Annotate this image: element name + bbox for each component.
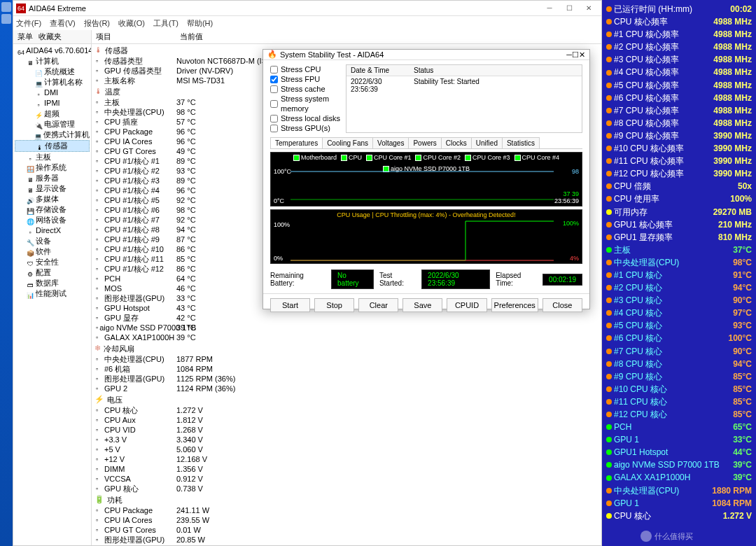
checkbox[interactable]: [270, 100, 278, 108]
tree-item[interactable]: 🔊多媒体: [15, 194, 90, 204]
tree-item[interactable]: 🌡传感器: [15, 140, 90, 152]
osd-row: #7 CPU 核心90°C: [606, 345, 752, 358]
taskbar-icon[interactable]: [1, 14, 11, 24]
graph-tab[interactable]: Statistics: [502, 137, 540, 148]
sensor-name: +3.3 V: [104, 435, 127, 444]
start-button[interactable]: Start: [270, 298, 310, 312]
tree-item[interactable]: 🌐网络设备: [15, 215, 90, 225]
sensor-icon: ▫: [96, 374, 103, 384]
sensor-icon: ▫: [96, 234, 103, 244]
cpuid-button[interactable]: CPUID: [447, 298, 486, 312]
maximize-button[interactable]: ☐: [572, 50, 579, 59]
tree-item[interactable]: ⚙配置: [15, 267, 90, 278]
preferences-button[interactable]: Preferences: [491, 298, 538, 312]
checkbox[interactable]: [270, 85, 278, 93]
series-legend[interactable]: CPU Core #1: [366, 154, 412, 161]
series-legend[interactable]: CPU Core #4: [514, 154, 560, 161]
stress-check[interactable]: Stress local disks: [270, 113, 340, 123]
series-legend[interactable]: CPU: [341, 154, 362, 161]
tree-item[interactable]: ▫DMI: [15, 88, 90, 98]
clear-button[interactable]: Clear: [358, 298, 398, 312]
tree-item[interactable]: 🔧设备: [15, 236, 90, 246]
status-dot: [606, 57, 612, 62]
osd-label: #8 CPU 核心频率: [614, 117, 679, 130]
checkbox[interactable]: [270, 115, 278, 122]
series-legend[interactable]: CPU Core #3: [465, 154, 510, 161]
series-legend[interactable]: Motherboard: [293, 154, 337, 161]
menu-item[interactable]: 帮助(H): [187, 18, 213, 29]
tree-item[interactable]: 💾存储设备: [15, 204, 90, 215]
menu-item[interactable]: 报告(R): [84, 18, 110, 29]
close-button[interactable]: Close: [542, 298, 582, 312]
tree-icon: 📊: [26, 290, 34, 298]
menu-item[interactable]: 收藏(O): [118, 18, 145, 29]
graph-tab[interactable]: Clocks: [441, 137, 472, 148]
readout-hi: 98: [572, 168, 579, 175]
sensor-row: ▫GPU 核心0.738 V: [92, 484, 601, 493]
stress-check[interactable]: Stress system memory: [270, 94, 340, 113]
tree-item[interactable]: 64AIDA64 v6.70.6014 Beta: [15, 46, 90, 56]
graph-tab[interactable]: Unified: [471, 137, 503, 148]
nav-tab-menu[interactable]: 菜单: [18, 31, 33, 42]
tree-item[interactable]: 🖥服务器: [15, 173, 90, 183]
readout-100: 100%: [563, 220, 579, 227]
graph-tab[interactable]: Powers: [408, 137, 441, 148]
osd-row: #6 CPU 核心100°C: [606, 332, 752, 344]
tree-item[interactable]: ▫主板: [15, 152, 90, 162]
tree-item[interactable]: 📦软件: [15, 246, 90, 257]
label-battery: Remaining Battery:: [270, 272, 326, 287]
stress-check[interactable]: Stress FPU: [270, 74, 340, 84]
tree-item[interactable]: 🪟操作系统: [15, 162, 90, 173]
sensor-row: ▫aigo NVMe SSD P7000 1TB39 °C: [92, 323, 601, 332]
menu-item[interactable]: 工具(T): [153, 18, 178, 29]
minimize-button[interactable]: ─: [566, 50, 572, 59]
graph-tab[interactable]: Temperatures: [270, 137, 323, 148]
app-icon: 64: [16, 4, 26, 13]
osd-overlay: 已运行时间 (HH:mm)00:02CPU 核心频率4988 MHz#1 CPU…: [602, 0, 756, 546]
osd-value: 4988 MHz: [713, 117, 752, 130]
tree-item[interactable]: 💻计算机名称: [15, 77, 90, 88]
osd-value: 90°C: [733, 294, 752, 307]
save-button[interactable]: Save: [402, 298, 442, 312]
checkbox[interactable]: [270, 125, 278, 132]
tree-item[interactable]: ▫DirectX: [15, 225, 90, 236]
check-label: Stress local disks: [281, 113, 340, 123]
nav-tab-fav[interactable]: 收藏夹: [38, 31, 62, 42]
checkbox[interactable]: [270, 76, 278, 83]
status-dot: [606, 260, 612, 265]
stress-check[interactable]: Stress cache: [270, 84, 340, 94]
tree-item[interactable]: 🖥显示设备: [15, 183, 90, 194]
status-dot: [606, 272, 612, 278]
close-button[interactable]: ✕: [579, 50, 585, 59]
nav-tree[interactable]: 64AIDA64 v6.70.6014 Beta🖥计算机📄系统概述💻计算机名称▫…: [13, 44, 91, 545]
tree-item[interactable]: 💻便携式计算机: [15, 130, 90, 140]
osd-row: #11 CPU 核心频率3990 MHz: [606, 155, 752, 167]
stop-button[interactable]: Stop: [314, 298, 354, 312]
tree-item[interactable]: 🗃数据库: [15, 278, 90, 288]
tree-item[interactable]: ▫IPMI: [15, 98, 90, 108]
menu-item[interactable]: 查看(V): [50, 18, 76, 29]
stress-check[interactable]: Stress CPU: [270, 64, 340, 74]
tree-item[interactable]: 📊性能测试: [15, 288, 90, 299]
taskbar-icon[interactable]: [1, 2, 11, 12]
menu-item[interactable]: 文件(F): [16, 18, 41, 29]
sensor-name: CPU #1/核心 #7: [104, 215, 160, 225]
maximize-button[interactable]: ☐: [559, 2, 579, 15]
checkbox[interactable]: [270, 66, 278, 74]
series-legend[interactable]: CPU Core #2: [415, 154, 461, 161]
tree-item[interactable]: 🛡安全性: [15, 257, 90, 267]
tree-item[interactable]: ⚡超频: [15, 108, 90, 119]
close-button[interactable]: ✕: [579, 2, 598, 15]
sensor-row: ▫CPU VID1.268 V: [92, 425, 601, 435]
tree-label: DirectX: [36, 225, 61, 236]
tree-item[interactable]: 🖥计算机: [15, 56, 90, 66]
stress-check[interactable]: Stress GPU(s): [270, 123, 340, 133]
sensor-icon: ▫: [96, 474, 103, 484]
tree-item[interactable]: 🔌电源管理: [15, 119, 90, 130]
osd-label: #4 CPU 核心频率: [614, 66, 679, 78]
minimize-button[interactable]: ─: [540, 2, 559, 15]
graph-tab[interactable]: Cooling Fans: [322, 137, 373, 148]
tree-item[interactable]: 📄系统概述: [15, 66, 90, 77]
osd-row: #7 CPU 核心频率4988 MHz: [606, 104, 752, 117]
graph-tab[interactable]: Voltages: [372, 137, 409, 148]
